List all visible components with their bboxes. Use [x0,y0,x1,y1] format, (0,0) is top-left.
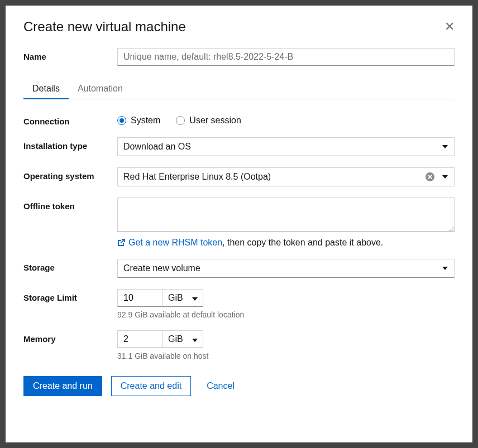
close-icon: ✕ [444,20,455,33]
modal-footer: Create and run Create and edit Cancel [23,376,455,396]
operating-system-row: Operating system Red Hat Enterprise Linu… [23,167,455,186]
storage-limit-row: Storage Limit GiB 92.9 GiB available at … [23,289,455,319]
radio-checked-icon [117,116,126,125]
tab-details[interactable]: Details [23,79,69,99]
name-row: Name [23,48,455,66]
installation-type-select[interactable]: Download an OS [117,137,455,156]
close-button[interactable]: ✕ [444,21,455,33]
connection-system-label: System [131,115,160,126]
storage-limit-unit-select[interactable]: GiB [162,289,203,307]
storage-limit-label: Storage Limit [23,289,117,302]
offline-token-label: Offline token [23,197,117,211]
storage-label: Storage [23,259,117,272]
rhsm-token-link[interactable]: Get a new RHSM token [117,238,222,248]
operating-system-label: Operating system [23,167,117,181]
clear-os-button[interactable] [426,172,434,181]
operating-system-select[interactable]: Red Hat Enterprise Linux 8.5 (Ootpa) [117,167,455,186]
modal-header: Create new virtual machine ✕ [23,19,455,35]
create-vm-modal: Create new virtual machine ✕ Name Detail… [6,6,472,442]
connection-user-session-label: User session [189,115,241,126]
cancel-button[interactable]: Cancel [200,377,241,396]
memory-row: Memory GiB 31.1 GiB available on host [23,330,455,360]
connection-user-session-radio[interactable]: User session [176,115,241,126]
create-and-edit-button[interactable]: Create and edit [111,376,191,396]
create-and-run-button[interactable]: Create and run [23,376,102,396]
offline-token-hint-rest: , then copy the token and paste it above… [222,238,383,248]
connection-label: Connection [23,113,117,126]
memory-label: Memory [23,330,117,344]
memory-help: 31.1 GiB available on host [117,351,455,360]
radio-unchecked-icon [176,116,185,125]
external-link-icon [117,239,125,247]
clear-circle-icon [426,172,434,181]
storage-row: Storage Create new volume [23,259,455,278]
storage-limit-input[interactable] [117,289,162,307]
name-label: Name [23,48,117,61]
installation-type-row: Installation type Download an OS [23,137,455,156]
offline-token-textarea[interactable] [117,197,455,232]
offline-token-row: Offline token Get a new RHSM token , the… [23,197,455,248]
name-input[interactable] [117,48,455,66]
rhsm-token-link-text: Get a new RHSM token [128,238,222,248]
memory-unit-select[interactable]: GiB [162,330,203,348]
offline-token-hint: Get a new RHSM token , then copy the tok… [117,238,455,248]
installation-type-label: Installation type [23,137,117,151]
storage-select[interactable]: Create new volume [117,259,455,278]
tab-automation[interactable]: Automation [69,79,132,99]
modal-title: Create new virtual machine [23,19,186,35]
connection-row: Connection System User session [23,113,455,126]
storage-limit-help: 92.9 GiB available at default location [117,310,455,319]
tabs: Details Automation [23,79,455,99]
memory-input[interactable] [117,330,162,348]
connection-system-radio[interactable]: System [117,115,160,126]
